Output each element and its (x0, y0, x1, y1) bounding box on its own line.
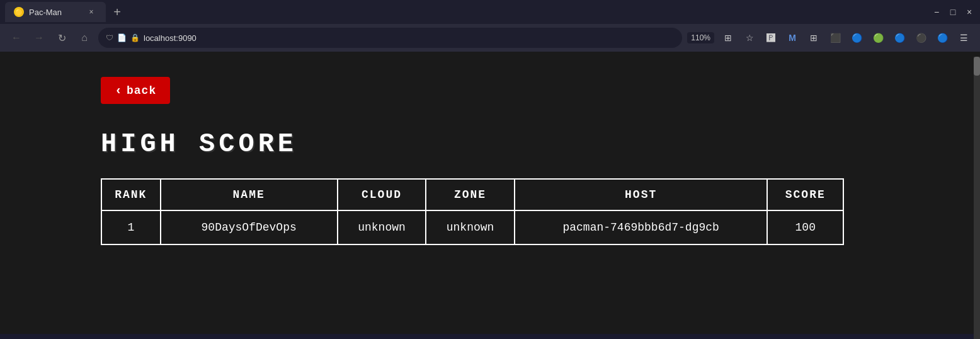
page-title: HIGH SCORE (101, 129, 879, 159)
back-label: back (127, 84, 156, 97)
shield-icon: 🛡 (106, 33, 113, 42)
refresh-button[interactable]: ↻ (53, 29, 71, 47)
extra-icon-3[interactable]: 🟢 (869, 29, 887, 47)
nav-right-icons: ⊞ ☆ 🅿 M ⊞ ⬛ 🔵 🟢 🔵 ⚫ 🔵 ☰ (719, 29, 972, 47)
active-tab[interactable]: 🟡 Pac-Man × (5, 2, 106, 22)
cell-host: pacman-7469bbb6d7-dg9cb (515, 210, 768, 244)
forward-nav-button[interactable]: → (30, 29, 48, 47)
new-tab-button[interactable]: + (108, 3, 126, 21)
secure-icon: 🔒 (130, 33, 140, 42)
cell-score: 100 (767, 210, 843, 244)
pocket-icon[interactable]: 🅿 (762, 29, 780, 47)
nav-bar: ← → ↻ ⌂ 🛡 📄 🔒 localhost:9090 110% ⊞ ☆ 🅿 … (0, 24, 980, 52)
header-score: SCORE (767, 179, 843, 210)
cell-cloud: unknown (338, 210, 426, 244)
extensions-icon[interactable]: ⊞ (805, 29, 823, 47)
containers-icon[interactable]: ⊞ (719, 29, 737, 47)
close-window-button[interactable]: × (964, 6, 975, 18)
minimize-button[interactable]: − (931, 6, 942, 18)
tab-bar: 🟡 Pac-Man × + − □ × (0, 0, 980, 24)
header-zone: ZONE (426, 179, 515, 210)
score-table-body: 190DaysOfDevOpsunknownunknownpacman-7469… (101, 210, 843, 244)
header-cloud: CLOUD (338, 179, 426, 210)
address-bar[interactable]: 🛡 📄 🔒 localhost:9090 (98, 28, 682, 48)
extra-icon-1[interactable]: ⬛ (826, 29, 844, 47)
zoom-level: 110% (687, 32, 714, 43)
menu-button[interactable]: ☰ (955, 29, 972, 47)
extra-icon-4[interactable]: 🔵 (891, 29, 908, 47)
score-table: RANK NAME CLOUD ZONE HOST SCORE 190DaysO… (101, 178, 844, 245)
header-name: NAME (161, 179, 338, 210)
profile-m-icon[interactable]: M (783, 29, 801, 47)
extra-icon-5[interactable]: ⚫ (912, 29, 930, 47)
back-chevron-icon: ‹ (115, 83, 123, 98)
cell-rank: 1 (101, 210, 161, 244)
scrollbar-track[interactable] (974, 57, 980, 334)
table-row: 190DaysOfDevOpsunknownunknownpacman-7469… (101, 210, 843, 244)
back-button[interactable]: ‹ back (101, 77, 170, 104)
browser-window: 🟡 Pac-Man × + − □ × ← → ↻ ⌂ 🛡 📄 🔒 localh… (0, 0, 980, 334)
header-rank: RANK (101, 179, 161, 210)
bookmark-icon[interactable]: ☆ (741, 29, 758, 47)
window-controls: − □ × (931, 6, 975, 18)
home-button[interactable]: ⌂ (76, 29, 93, 47)
maximize-button[interactable]: □ (947, 6, 959, 18)
extra-icon-2[interactable]: 🔵 (848, 29, 865, 47)
tab-favicon: 🟡 (14, 7, 24, 17)
cell-name: 90DaysOfDevOps (161, 210, 338, 244)
table-header-row: RANK NAME CLOUD ZONE HOST SCORE (101, 179, 843, 210)
tab-title: Pac-Man (29, 8, 62, 17)
extra-icon-6[interactable]: 🔵 (933, 29, 951, 47)
url-text: localhost:9090 (144, 33, 675, 43)
page-content: ‹ back HIGH SCORE RANK NAME CLOUD ZONE H… (0, 52, 980, 334)
scrollbar-thumb[interactable] (974, 57, 980, 76)
tab-close-button[interactable]: × (86, 6, 97, 18)
page-icon: 📄 (117, 33, 127, 42)
header-host: HOST (515, 179, 768, 210)
cell-zone: unknown (426, 210, 515, 244)
back-nav-button[interactable]: ← (8, 29, 25, 47)
